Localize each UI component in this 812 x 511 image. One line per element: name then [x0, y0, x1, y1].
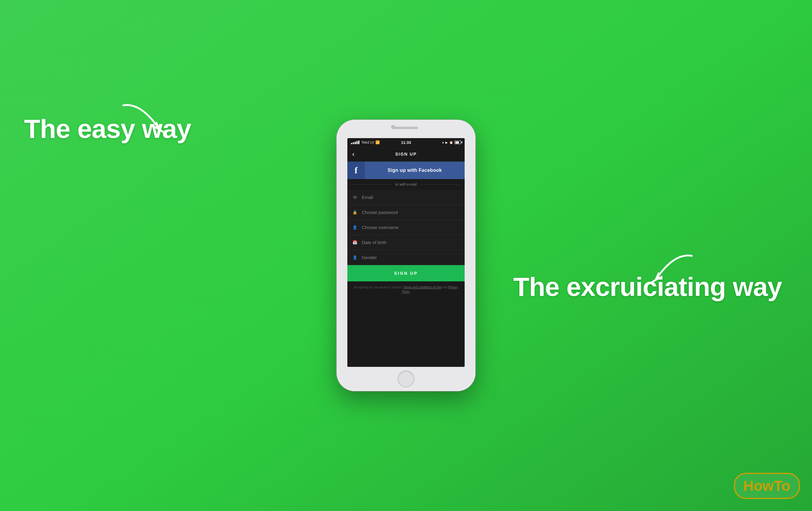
gender-field[interactable]: 👤 Gender [347, 250, 465, 265]
facebook-button-label: Sign up with Facebook [365, 168, 465, 173]
phone-top-area [337, 120, 475, 138]
app-header: ‹ SIGN UP [347, 146, 465, 162]
dob-field[interactable]: 📅 Date of birth [347, 235, 465, 250]
battery-fill [455, 141, 459, 143]
location-icon: ▶ [445, 141, 448, 144]
gender-icon: 👤 [352, 255, 357, 260]
terms-text-before: By signing up, you agree to Spotify's [354, 286, 403, 289]
phone-bottom-area [337, 367, 475, 391]
lock-icon: 🔒 [352, 210, 357, 215]
username-label: Choose username [362, 225, 399, 230]
divider-label: or with e-mail [395, 182, 416, 187]
terms-link1[interactable]: Terms and conditions of Use [403, 286, 441, 289]
signal-bars [351, 140, 359, 144]
status-left: Tele2 LV 📶 [351, 140, 380, 144]
phone-screen: Tele2 LV 📶 11:33 ● ▶ ⏰ ‹ SIGN UP [347, 138, 465, 367]
facebook-signup-button[interactable]: f Sign up with Facebook [347, 162, 465, 179]
status-time: 11:33 [401, 140, 411, 145]
wifi-icon: 📶 [375, 140, 380, 144]
signup-button-label: SIGN UP [394, 271, 418, 276]
home-button[interactable] [398, 371, 414, 387]
status-bar: Tele2 LV 📶 11:33 ● ▶ ⏰ [347, 138, 465, 146]
username-field[interactable]: 👤 Choose username [347, 220, 465, 235]
form-fields: ✉ Email 🔒 Choose password 👤 Choose usern… [347, 190, 465, 265]
arrow-right-icon [638, 250, 698, 298]
screen-bottom-space [347, 298, 465, 367]
gender-label: Gender [362, 255, 377, 260]
howto-badge: HowTo [734, 473, 800, 499]
phone-device: Tele2 LV 📶 11:33 ● ▶ ⏰ ‹ SIGN UP [337, 120, 475, 391]
email-field[interactable]: ✉ Email [347, 190, 465, 205]
signal-icon: ● [442, 141, 444, 144]
arrow-left-icon [117, 99, 177, 147]
email-label: Email [362, 195, 373, 200]
dob-label: Date of birth [362, 240, 386, 245]
terms-text-between: and [441, 286, 448, 289]
facebook-f-icon: f [354, 165, 357, 176]
screen-title: SIGN UP [395, 152, 417, 157]
user-icon: 👤 [352, 225, 357, 230]
password-label: Choose password [362, 210, 398, 215]
signup-button[interactable]: SIGN UP [347, 265, 465, 281]
email-icon: ✉ [352, 195, 357, 200]
divider-row: or with e-mail [347, 179, 465, 190]
carrier-name: Tele2 LV [361, 140, 374, 144]
back-button[interactable]: ‹ [352, 150, 354, 158]
password-field[interactable]: 🔒 Choose password [347, 205, 465, 220]
status-right: ● ▶ ⏰ [442, 140, 461, 144]
battery-icon [455, 140, 461, 144]
alarm-icon: ⏰ [449, 141, 453, 144]
facebook-icon-box: f [347, 162, 365, 179]
terms-section: By signing up, you agree to Spotify's Te… [347, 281, 465, 298]
phone-speaker [394, 127, 418, 129]
calendar-icon: 📅 [352, 240, 357, 245]
phone-body: Tele2 LV 📶 11:33 ● ▶ ⏰ ‹ SIGN UP [337, 120, 475, 391]
